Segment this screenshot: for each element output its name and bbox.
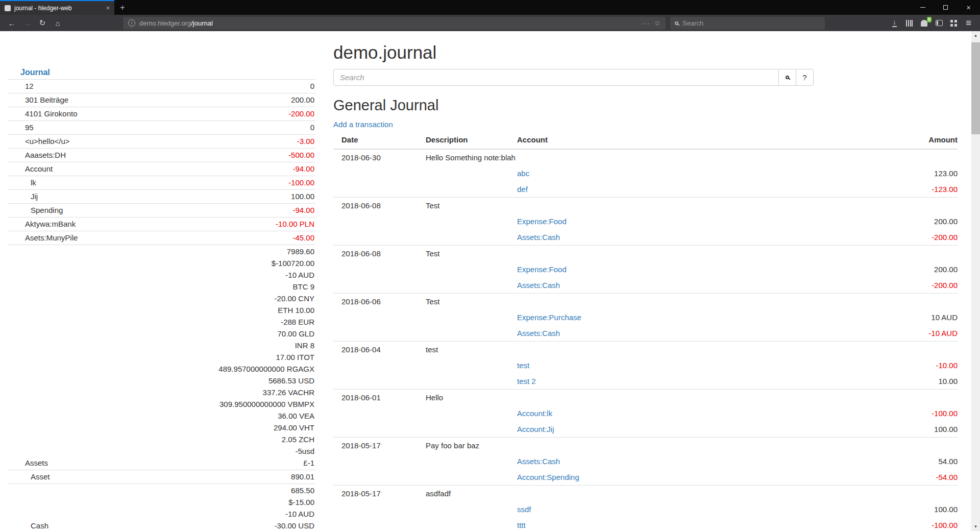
transaction-header-row: 2018-06-01Hello (333, 390, 958, 405)
sidebar-account-link[interactable]: Asets:MunyPile (8, 232, 78, 244)
scrollbar-thumb[interactable] (971, 42, 980, 134)
posting-account-link[interactable]: Assets:Cash (517, 457, 560, 466)
navigation-toolbar: ← → ↻ ⌂ i demo.hledger.org/journal ··· ☆… (0, 15, 980, 31)
transaction-date: 2018-06-08 (333, 246, 426, 261)
restore-icon (943, 5, 948, 10)
page-actions-icon[interactable]: ··· (642, 19, 650, 27)
bookmark-star-icon[interactable]: ☆ (654, 19, 660, 27)
posting-row: def-123.00 (333, 181, 958, 197)
menu-button[interactable]: ≡ (961, 16, 976, 30)
search-help-button[interactable]: ? (796, 69, 814, 86)
transaction-description: test (426, 342, 517, 357)
scroll-down-arrow[interactable]: ▼ (971, 522, 980, 531)
balance-amount: 890.01 (291, 471, 314, 482)
sidebar-account-row: Assets7989.60$-100720.00-10 AUDBTC 9-20.… (8, 245, 315, 470)
add-transaction-link[interactable]: Add a transaction (333, 120, 393, 129)
browser-search-placeholder: Search (682, 19, 703, 27)
scrollbar[interactable]: ▲ ▼ (971, 31, 980, 531)
restore-button[interactable] (934, 0, 957, 15)
balance-amount: ETH 10.00 (218, 304, 314, 316)
browser-search-bar[interactable]: Search (670, 17, 825, 30)
table-header-row: Date Description Account Amount (333, 132, 958, 150)
posting-account-link[interactable]: tttt (517, 521, 526, 529)
sidebar-account-balance: -500.00 (288, 149, 315, 161)
posting-amount: 200.00 (845, 261, 958, 277)
posting-amount: 123.00 (845, 165, 958, 181)
sidebar-toggle-button[interactable] (932, 16, 946, 30)
sidebar-account-row: 120 (8, 80, 315, 93)
back-button[interactable]: ← (4, 16, 19, 30)
posting-account-link[interactable]: test 2 (517, 377, 536, 385)
sidebar-account-link[interactable]: Jij (8, 190, 38, 202)
posting-account-link[interactable]: Expense:Food (517, 217, 567, 226)
posting-row: ssdf100.00 (333, 501, 958, 517)
posting-account-link[interactable]: def (517, 185, 528, 194)
transaction-description: Hello (426, 390, 517, 405)
window-controls: × (911, 0, 980, 15)
posting-amount: 10.00 (845, 373, 958, 389)
sidebar-journal-link[interactable]: Journal (20, 68, 50, 77)
url-text: demo.hledger.org/journal (139, 19, 638, 27)
sidebar-account-link[interactable]: 301 Beiträge (8, 94, 68, 106)
apps-button[interactable] (946, 16, 961, 30)
forward-button[interactable]: → (19, 16, 35, 30)
posting-amount: 10 AUD (845, 309, 958, 325)
transaction-date: 2018-06-08 (333, 198, 426, 213)
balance-amount: 36.00 VEA (218, 410, 314, 422)
library-button[interactable] (902, 16, 917, 30)
sidebar-account-link[interactable]: Account (8, 163, 53, 175)
posting-account-link[interactable]: abc (517, 169, 529, 178)
extension-button[interactable]: 0 (917, 16, 932, 30)
balance-amount: -200.00 (288, 108, 314, 119)
sidebar-account-row: Account-94.00 (8, 162, 315, 176)
transaction-description: Test (426, 294, 517, 309)
posting-account-link[interactable]: Assets:Cash (517, 329, 560, 337)
posting-row: Account:lk-100.00 (333, 405, 958, 421)
posting-account-link[interactable]: Account:Spending (517, 473, 579, 481)
url-bar[interactable]: i demo.hledger.org/journal ··· ☆ (123, 17, 666, 30)
journal-search-input[interactable] (333, 69, 779, 86)
sidebar-account-link[interactable]: 4101 Girokonto (8, 108, 78, 119)
sidebar-account-link[interactable]: 12 (8, 80, 34, 92)
journal-search-form: ? (333, 69, 814, 86)
sidebar-account-link[interactable]: <u>hello</u> (8, 135, 70, 147)
reload-button[interactable]: ↻ (35, 16, 50, 30)
sidebar-account-link[interactable]: Asset (8, 471, 50, 482)
posting-account-link[interactable]: Account:Jij (517, 425, 554, 433)
posting-account-link[interactable]: ssdf (517, 505, 531, 514)
sidebar-account-link[interactable]: Spending (8, 204, 63, 216)
posting-row: Account:Jij100.00 (333, 421, 958, 437)
scroll-up-arrow[interactable]: ▲ (971, 31, 980, 40)
posting-account-link[interactable]: test (517, 361, 529, 370)
sidebar-account-link[interactable]: Aaasets:DH (8, 149, 66, 161)
home-button[interactable]: ⌂ (50, 16, 65, 30)
sidebar-account-link[interactable]: Assets (8, 457, 48, 469)
posting-amount: -200.00 (845, 229, 958, 245)
posting-account-link[interactable]: Expense:Food (517, 265, 567, 274)
transaction-date: 2018-06-06 (333, 294, 426, 309)
balance-amount: -10.00 PLN (276, 218, 314, 230)
sidebar-account-link[interactable]: 95 (8, 122, 34, 133)
transaction-description: Test (426, 246, 517, 261)
site-info-icon[interactable]: i (128, 19, 135, 27)
sidebar-account-row: 301 Beiträge200.00 (8, 93, 315, 107)
transaction-date: 2018-06-04 (333, 342, 426, 357)
minimize-button[interactable] (911, 0, 934, 15)
posting-account-link[interactable]: Account:lk (517, 409, 552, 418)
posting-account-link[interactable]: Expense:Purchase (517, 313, 581, 322)
sidebar-account-link[interactable]: Aktywa:mBank (8, 218, 76, 230)
balance-amount: 309.950000000000 VBMPX (218, 398, 314, 410)
new-tab-button[interactable]: + (114, 0, 131, 15)
sidebar-account-link[interactable]: lk (8, 177, 36, 188)
page-viewport: Journal 120301 Beiträge200.004101 Giroko… (0, 31, 980, 531)
sidebar-account-balance: -3.00 (297, 135, 315, 147)
tab-close-icon[interactable]: × (106, 4, 110, 12)
journal-search-button[interactable] (779, 69, 796, 86)
posting-account-link[interactable]: Assets:Cash (517, 281, 560, 289)
browser-tab[interactable]: journal - hledger-web × (0, 0, 114, 15)
balance-amount: 2.05 ZCH (218, 433, 314, 445)
posting-account-link[interactable]: Assets:Cash (517, 233, 560, 242)
downloads-button[interactable]: ↓ (887, 16, 902, 30)
close-button[interactable]: × (957, 0, 980, 15)
sidebar-account-link[interactable]: Cash (8, 520, 48, 531)
